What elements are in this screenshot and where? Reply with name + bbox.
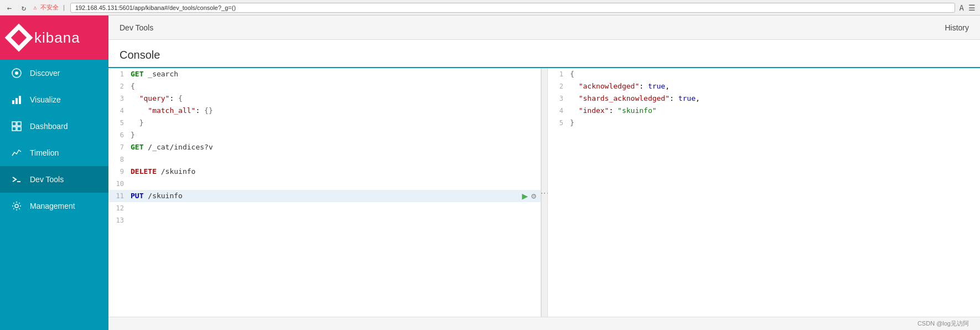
main-content: Dev Tools History Console 1 GET _search … xyxy=(108,16,980,330)
result-editor: 1 { 2 "acknowledged": true, 3 "shards_ac… xyxy=(548,68,980,317)
line-num-13: 13 xyxy=(108,214,131,226)
browser-bar: ← ↻ ⚠ 不安全 | A ☰ xyxy=(0,0,980,16)
code-line-2: 2 { xyxy=(108,80,541,92)
browser-navigation: ← ↻ xyxy=(4,3,29,13)
sidebar-item-dashboard[interactable]: Dashboard xyxy=(0,113,108,140)
code-editor[interactable]: 1 GET _search 2 { 3 "query": { xyxy=(108,68,541,317)
editor-area: 1 GET _search 2 { 3 "query": { xyxy=(108,68,980,317)
svg-point-1 xyxy=(15,71,18,75)
svg-rect-2 xyxy=(12,100,14,104)
line-num-10: 10 xyxy=(108,178,131,190)
left-editor-pane: 1 GET _search 2 { 3 "query": { xyxy=(108,68,541,317)
result-content-4: "index": "skuinfo" xyxy=(570,105,980,117)
result-line-3: 3 "shards_acknowledged": true, xyxy=(548,92,980,105)
line-num-5: 5 xyxy=(108,117,131,129)
line-num-12: 12 xyxy=(108,202,131,214)
discover-icon xyxy=(11,68,22,79)
visualize-icon xyxy=(11,94,22,105)
sidebar-label-dashboard: Dashboard xyxy=(30,122,68,131)
result-content-3: "shards_acknowledged": true, xyxy=(570,92,980,105)
code-line-4: 4 "match_all": {} xyxy=(108,105,541,117)
line-num-6: 6 xyxy=(108,129,131,141)
result-content-2: "acknowledged": true, xyxy=(570,80,980,92)
result-num-5: 5 xyxy=(548,117,570,129)
page-title: Dev Tools xyxy=(120,23,153,32)
result-content-1: { xyxy=(570,68,980,80)
font-size-icon: A xyxy=(960,3,964,12)
logo-inner xyxy=(11,30,27,45)
code-line-13: 13 xyxy=(108,214,541,226)
sidebar-item-timelion[interactable]: Timelion xyxy=(0,140,108,166)
sidebar-item-devtools[interactable]: Dev Tools xyxy=(0,166,108,193)
refresh-button[interactable]: ↻ xyxy=(19,3,29,13)
console-title: Console xyxy=(120,49,160,68)
code-line-1: 1 GET _search xyxy=(108,68,541,80)
security-warning: ⚠ 不安全 xyxy=(33,3,59,12)
line-content-4: "match_all": {} xyxy=(131,105,541,117)
dashboard-icon xyxy=(11,121,22,132)
line-content-3: "query": { xyxy=(131,92,541,105)
svg-rect-4 xyxy=(19,96,21,104)
sidebar-item-discover[interactable]: Discover xyxy=(0,60,108,86)
management-icon xyxy=(11,200,22,212)
result-num-3: 3 xyxy=(548,92,570,105)
history-button[interactable]: History xyxy=(945,23,969,32)
svg-rect-7 xyxy=(12,127,16,131)
line-content-6: } xyxy=(131,129,541,141)
line-num-1: 1 xyxy=(108,68,131,80)
app-logo: kibana xyxy=(0,16,108,60)
sidebar: kibana Discover Visualize Dashboard Time xyxy=(0,16,108,330)
line-content-11: PUT /skuinfo xyxy=(131,190,522,202)
console-header: Console xyxy=(108,40,980,68)
line-num-2: 2 xyxy=(108,80,131,92)
right-editor-pane: 1 { 2 "acknowledged": true, 3 "shards_ac… xyxy=(548,68,980,317)
back-button[interactable]: ← xyxy=(4,3,14,13)
result-num-1: 1 xyxy=(548,68,570,80)
svg-point-10 xyxy=(15,204,18,208)
result-line-2: 2 "acknowledged": true, xyxy=(548,80,980,92)
pane-divider[interactable]: ⋮ xyxy=(541,68,548,317)
code-line-9: 9 DELETE /skuinfo xyxy=(108,166,541,178)
devtools-icon xyxy=(11,174,22,185)
read-icon[interactable]: ☰ xyxy=(968,3,976,12)
result-line-4: 4 "index": "skuinfo" xyxy=(548,105,980,117)
sidebar-label-devtools: Dev Tools xyxy=(30,175,64,184)
run-button[interactable]: ▶ xyxy=(522,190,528,202)
address-bar[interactable] xyxy=(70,3,955,13)
code-line-10: 10 xyxy=(108,178,541,190)
line-content-9: DELETE /skuinfo xyxy=(131,166,541,178)
separator: | xyxy=(62,4,66,11)
line-num-3: 3 xyxy=(108,92,131,105)
result-num-2: 2 xyxy=(548,80,570,92)
timelion-icon xyxy=(11,147,22,158)
svg-rect-5 xyxy=(12,122,16,126)
sidebar-label-timelion: Timelion xyxy=(30,148,59,157)
settings-button[interactable]: ⚙ xyxy=(531,190,536,202)
line-content-5: } xyxy=(131,117,541,129)
sidebar-item-management[interactable]: Management xyxy=(0,193,108,219)
result-content-5: } xyxy=(570,117,980,129)
code-line-8: 8 xyxy=(108,153,541,166)
line-num-8: 8 xyxy=(108,153,131,166)
line-num-4: 4 xyxy=(108,105,131,117)
sidebar-item-visualize[interactable]: Visualize xyxy=(0,86,108,113)
result-num-4: 4 xyxy=(548,105,570,117)
code-line-7: 7 GET /_cat/indices?v xyxy=(108,141,541,153)
svg-rect-3 xyxy=(15,98,18,104)
line-num-11: 11 xyxy=(108,190,131,202)
sidebar-label-discover: Discover xyxy=(30,69,60,78)
line-content-2: { xyxy=(131,80,541,92)
logo-icon xyxy=(5,24,33,52)
line-actions-11: ▶ ⚙ xyxy=(522,190,541,202)
result-line-1: 1 { xyxy=(548,68,980,80)
line-num-7: 7 xyxy=(108,141,131,153)
line-content-7: GET /_cat/indices?v xyxy=(131,141,541,153)
svg-rect-6 xyxy=(17,122,21,126)
line-content-1: GET _search xyxy=(131,68,541,80)
code-line-5: 5 } xyxy=(108,117,541,129)
code-line-11: 11 PUT /skuinfo ▶ ⚙ xyxy=(108,190,541,202)
code-line-12: 12 xyxy=(108,202,541,214)
footer-bar: CSDN @log见访阿 xyxy=(108,317,980,330)
app-name: kibana xyxy=(34,29,80,47)
sidebar-label-visualize: Visualize xyxy=(30,95,61,104)
